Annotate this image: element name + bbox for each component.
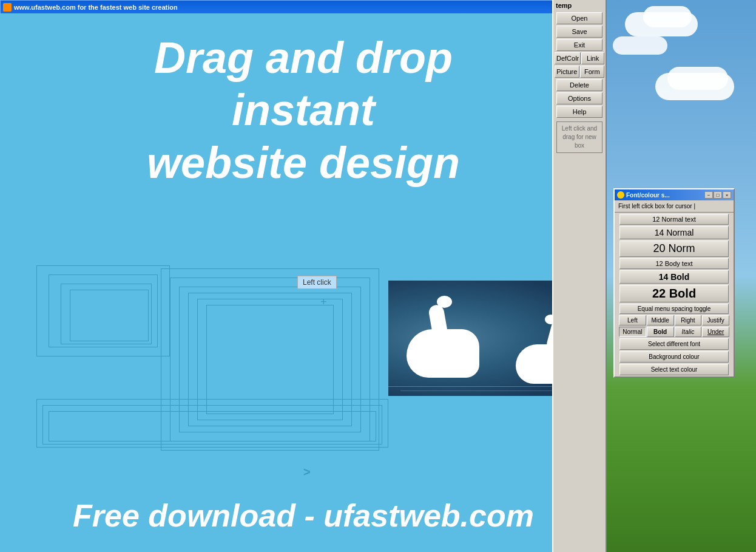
font-colour-window: Font/colour s... − □ × First left click … — [613, 188, 735, 378]
headline-line2: instant — [232, 86, 375, 134]
wireframe-box-10 — [206, 305, 334, 414]
font-instruction: First left click box for cursor | — [615, 200, 734, 213]
defcolr-button[interactable]: DefColr — [555, 52, 581, 64]
crosshair-icon: + — [320, 296, 327, 308]
font-win-minimize-btn[interactable]: − — [704, 191, 713, 199]
style-italic-btn[interactable]: Italic — [675, 327, 702, 337]
headline-line3: website design — [147, 138, 460, 187]
exit-button[interactable]: Exit — [556, 39, 602, 51]
arrow-indicator: > — [303, 465, 311, 479]
left-click-indicator: Left click — [297, 276, 337, 289]
align-right-btn[interactable]: Right — [675, 315, 702, 325]
picture-form-row: Picture Form — [555, 66, 604, 78]
picture-button[interactable]: Picture — [555, 66, 579, 78]
style-under-btn[interactable]: Under — [702, 327, 729, 337]
align-left-btn[interactable]: Left — [619, 315, 646, 325]
font-style-12body[interactable]: 12 Body text — [619, 258, 729, 269]
browser-content: Drag and drop instant website design Lef… — [0, 13, 607, 552]
crosshair-symbol: + — [320, 296, 327, 308]
font-win-close-btn[interactable]: × — [723, 191, 731, 199]
select-text-colour-btn[interactable]: Select text colour — [619, 364, 729, 375]
style-row: Normal Bold Italic Under — [619, 327, 729, 337]
cloud-3 — [613, 36, 667, 55]
footer-text: Free download - ufastweb.com — [0, 497, 607, 534]
font-style-12normal[interactable]: 12 Normal text — [619, 214, 729, 225]
delete-button[interactable]: Delete — [556, 79, 602, 91]
defcolr-link-row: DefColr Link — [555, 52, 604, 64]
hint-box: Left click and drag for new box — [556, 121, 602, 153]
font-window-title-area: Font/colour s... — [617, 191, 670, 199]
browser-window: www.ufastweb.com for the fastest web sit… — [0, 0, 607, 552]
options-button[interactable]: Options — [556, 92, 602, 104]
arrow-symbol: > — [303, 465, 311, 479]
headline-line1: Drag and drop — [154, 33, 453, 82]
headline-text: Drag and drop instant website design — [0, 32, 607, 189]
footer-label: Free download - ufastweb.com — [73, 498, 534, 533]
align-justify-btn[interactable]: Justify — [702, 315, 729, 325]
font-style-20norm[interactable]: 20 Norm — [619, 240, 729, 257]
link-button[interactable]: Link — [581, 52, 604, 64]
font-window-title-text: Font/colour s... — [626, 192, 670, 199]
left-click-label: Left click — [303, 278, 331, 287]
cloud-5 — [667, 67, 728, 90]
align-middle-btn[interactable]: Middle — [647, 315, 674, 325]
open-button[interactable]: Open — [556, 12, 602, 24]
panel-title: temp — [553, 0, 606, 11]
background-colour-btn[interactable]: Background colour — [619, 351, 729, 363]
browser-titlebar: www.ufastweb.com for the fastest web sit… — [0, 0, 607, 13]
browser-title-text: www.ufastweb.com for the fastest web sit… — [14, 4, 178, 11]
font-window-icon — [617, 191, 624, 199]
alignment-row: Left Middle Right Justify — [619, 315, 729, 325]
wireframe-box-13 — [49, 411, 376, 441]
font-style-22bold[interactable]: 22 Bold — [619, 285, 729, 302]
style-bold-btn[interactable]: Bold — [647, 327, 674, 337]
equal-menu-toggle[interactable]: Equal menu spacing toggle — [619, 304, 729, 314]
form-button[interactable]: Form — [580, 66, 605, 78]
browser-title-area: www.ufastweb.com for the fastest web sit… — [3, 3, 178, 12]
help-button[interactable]: Help — [556, 106, 602, 118]
font-win-maximize-btn[interactable]: □ — [714, 191, 722, 199]
style-normal-btn[interactable]: Normal — [619, 327, 646, 337]
font-window-titlebar: Font/colour s... − □ × — [615, 189, 734, 200]
font-style-14normal[interactable]: 14 Normal — [619, 226, 729, 239]
font-window-controls: − □ × — [704, 191, 731, 199]
cloud-2 — [643, 6, 692, 27]
save-button[interactable]: Save — [556, 26, 602, 38]
right-panel: temp Open Save Exit DefColr Link Picture… — [552, 0, 607, 552]
select-font-btn[interactable]: Select different font — [619, 338, 729, 350]
wireframe-box-4 — [70, 290, 149, 341]
font-style-14bold[interactable]: 14 Bold — [619, 270, 729, 284]
swan1-head — [437, 296, 452, 308]
browser-icon — [3, 3, 12, 12]
